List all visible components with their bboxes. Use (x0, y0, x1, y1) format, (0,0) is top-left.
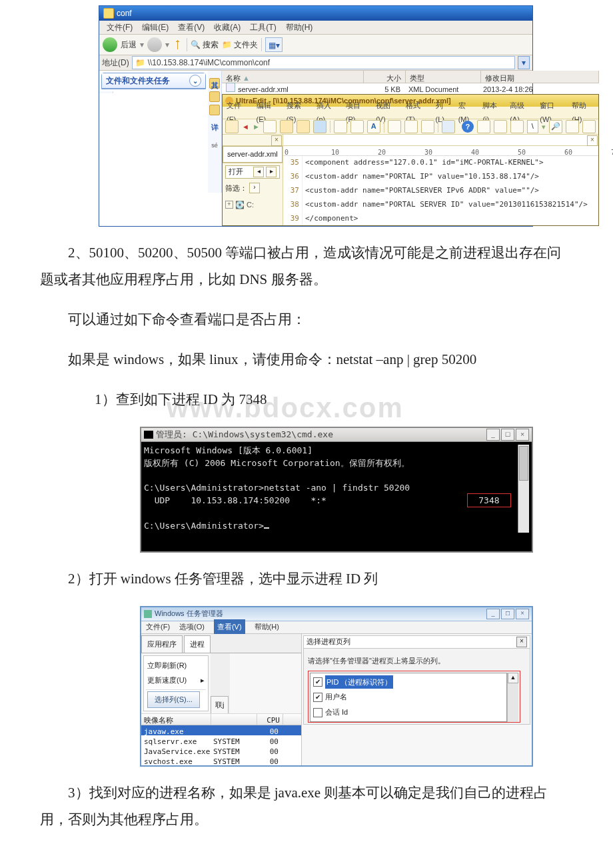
process-row[interactable]: JavaService.exeSYSTEM00 (141, 745, 301, 755)
tool-list2[interactable] (404, 120, 418, 133)
go-button[interactable]: ▾ (518, 56, 530, 69)
scrollbar[interactable]: ▲ (507, 673, 518, 723)
tool-open[interactable] (280, 120, 293, 133)
tool-save[interactable] (313, 120, 326, 133)
maximize-button[interactable]: □ (501, 429, 514, 441)
columns-listbox[interactable]: ✔ PID （进程标识符） ✔ 用户名 会话 Id (310, 673, 507, 723)
maximize-button[interactable]: □ (501, 609, 514, 619)
checkbox-unchecked-icon[interactable] (313, 708, 322, 717)
scroll-up-icon[interactable]: ▲ (508, 673, 518, 683)
explorer-titlebar[interactable]: conf (99, 6, 532, 21)
tm-menu-view[interactable]: 查看(V) (214, 619, 245, 635)
tasks-header[interactable]: 文件和文件夹任务 ⌄ (102, 73, 205, 89)
menu-edit[interactable]: 编辑(E) (142, 20, 169, 35)
ue-file-tab[interactable]: server-addr.xml (223, 146, 283, 163)
close-button[interactable]: × (516, 609, 529, 619)
menu-help[interactable]: 帮助(H) (286, 20, 313, 35)
col-user[interactable] (211, 714, 257, 725)
menu-view[interactable]: 查看(V) (178, 20, 205, 35)
tool-next[interactable]: ► (253, 120, 260, 134)
tool-num[interactable] (421, 120, 434, 133)
close-icon[interactable]: × (271, 135, 282, 146)
navfwd-icon[interactable]: ▸ (266, 167, 277, 177)
col-date[interactable]: 修改日期 (481, 71, 599, 83)
details-icon[interactable]: 详 (208, 121, 221, 135)
tool-print[interactable] (334, 120, 347, 133)
tool-list[interactable] (388, 120, 401, 133)
back-label[interactable]: 后退 (121, 37, 137, 53)
close-button[interactable]: × (516, 637, 527, 647)
process-row[interactable]: sqlservr.exeSYSTEM00 (141, 735, 301, 745)
tab-procs[interactable]: 进程 (184, 635, 211, 653)
update-speed[interactable]: 更新速度(U) (147, 673, 187, 687)
list-item[interactable]: ✔ 用户名 (312, 689, 505, 705)
tool-sheet[interactable] (442, 120, 455, 133)
dlg-note: 请选择"任务管理器"进程页上将显示的列。 (304, 649, 530, 671)
tool-copy[interactable] (494, 120, 507, 133)
folders-button[interactable]: 📁文件夹 (222, 37, 258, 53)
list-item[interactable]: ✔ PID （进程标识符） (312, 675, 505, 690)
refresh-now[interactable]: 立即刷新(R) (147, 659, 187, 673)
tool-find2[interactable] (566, 120, 579, 133)
tm-menu-help[interactable]: 帮助(H) (255, 620, 279, 634)
tm-titlebar[interactable]: Windows 任务管理器 _ □ × (141, 607, 532, 621)
minimize-button[interactable]: _ (486, 429, 500, 441)
menu-file[interactable]: 文件(F) (107, 20, 133, 35)
tool-open2[interactable] (297, 120, 310, 133)
dlg-titlebar[interactable]: 选择进程页列 × (304, 636, 530, 649)
scrollbar[interactable] (518, 445, 529, 533)
tab-net[interactable]: 联j (211, 696, 229, 713)
filter-apply-icon[interactable]: › (249, 183, 260, 193)
checkbox-checked-icon[interactable]: ✔ (313, 677, 322, 687)
back-icon[interactable] (103, 37, 117, 52)
cmd-body[interactable]: Microsoft Windows [版本 6.0.6001] 版权所有 (C)… (141, 442, 532, 551)
search-icon: 🔍 (191, 37, 201, 53)
process-row[interactable]: javaw.exe00 (141, 725, 301, 735)
search-button[interactable]: 🔍搜索 (191, 37, 219, 53)
view-submenu: 立即刷新(R) 更新速度(U)▸ 选择列(S)... (143, 655, 209, 712)
process-row[interactable]: svchost.exeSYSTEM00 (141, 755, 301, 765)
tool-doc1[interactable] (263, 120, 277, 133)
chevron-down-icon[interactable]: ⌄ (189, 75, 201, 87)
col-size[interactable]: 大小 (364, 71, 406, 83)
tool-prev[interactable]: ◄ (242, 120, 249, 134)
col-type[interactable]: 类型 (406, 71, 481, 83)
tm-menu-options[interactable]: 选项(O) (179, 620, 205, 634)
tool-preview[interactable] (350, 120, 364, 133)
navback-icon[interactable]: ◂ (253, 167, 264, 177)
menu-tools[interactable]: 工具(T) (250, 20, 276, 35)
close-button[interactable]: × (516, 429, 529, 441)
up-icon[interactable]: ⭡ (173, 35, 183, 55)
tm-menu-file[interactable]: 文件(F) (146, 620, 170, 634)
minimize-button[interactable]: _ (486, 609, 500, 619)
select-columns-button[interactable]: 选择列(S)... (147, 691, 200, 708)
code-view[interactable]: 35 36 37 38 39 <component address="127.0… (283, 156, 598, 225)
tool-paste[interactable] (510, 120, 524, 133)
col-image[interactable]: 映像名称 (141, 714, 211, 725)
menu-favs[interactable]: 收藏(A) (214, 20, 241, 35)
col-cpu[interactable]: CPU (257, 714, 283, 725)
tool-dropdown-icon[interactable]: ▾ (542, 120, 546, 134)
dlg-title: 选择进程页列 (306, 635, 350, 649)
expand-icon[interactable]: + (225, 201, 233, 209)
list-item[interactable]: 会话 Id (312, 705, 505, 720)
scrollbar-thumb[interactable] (519, 446, 528, 481)
close-icon[interactable]: × (587, 135, 598, 146)
forward-icon[interactable] (147, 37, 162, 52)
tool-find3[interactable] (582, 120, 596, 133)
address-field[interactable]: 📁 \\10.153.88.174\iMC\common\conf (132, 56, 515, 69)
col-name[interactable]: 名称 ▲ (222, 71, 364, 83)
views-button[interactable]: ▦▾ (265, 37, 283, 52)
drive-label[interactable]: C: (247, 198, 254, 212)
tab-apps[interactable]: 应用程序 (141, 635, 183, 653)
tool-help[interactable]: ? (462, 121, 474, 133)
tool-find[interactable]: 🔎 (549, 120, 562, 133)
tool-pathbox[interactable]: \ (527, 120, 538, 133)
tool-new[interactable] (225, 120, 239, 133)
tool-cut[interactable] (477, 120, 490, 133)
open-panel[interactable]: 打开 ◂ ▸ (225, 165, 280, 179)
checkbox-checked-icon[interactable]: ✔ (313, 693, 322, 702)
cmd-titlebar[interactable]: 管理员: C:\Windows\system32\cmd.exe _ □ × (141, 428, 532, 442)
ue-sidebar: × server-addr.xml 打开 ◂ ▸ (223, 135, 283, 225)
tool-a[interactable]: A (367, 120, 380, 133)
